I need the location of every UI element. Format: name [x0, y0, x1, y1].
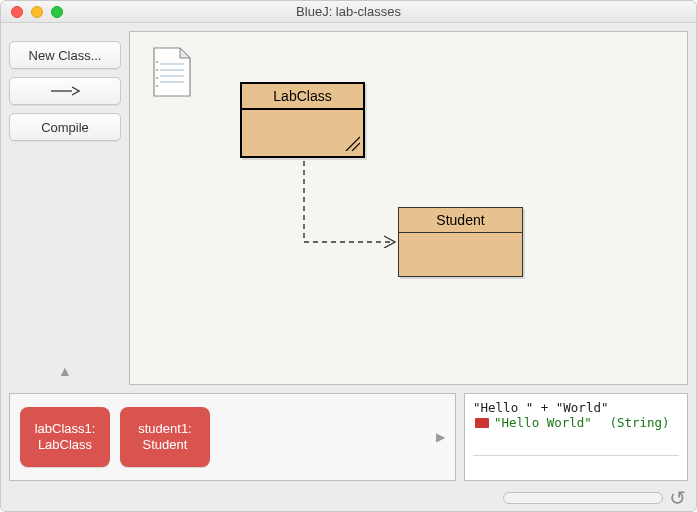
- class-labclass[interactable]: LabClass: [240, 82, 365, 158]
- compile-label: Compile: [41, 120, 89, 135]
- close-icon[interactable]: [11, 6, 23, 18]
- svg-point-10: [156, 85, 158, 87]
- codepad-divider: [473, 455, 679, 456]
- codepad-result-type: (String): [609, 415, 669, 430]
- class-diagram-canvas[interactable]: LabClass Student: [129, 31, 688, 385]
- object-name: labClass1:: [35, 421, 96, 437]
- object-labclass1[interactable]: labClass1: LabClass: [20, 407, 110, 467]
- inheritance-arrow-button[interactable]: [9, 77, 121, 105]
- sidebar: New Class... Compile ▲: [9, 31, 121, 385]
- progress-bar: [503, 492, 663, 504]
- maximize-icon[interactable]: [51, 6, 63, 18]
- class-name-label: Student: [399, 208, 522, 233]
- traffic-lights: [1, 6, 63, 18]
- hatch-icon: [344, 135, 360, 151]
- window-title: BlueJ: lab-classes: [1, 4, 696, 19]
- readme-document-icon[interactable]: [150, 46, 192, 98]
- main-area: New Class... Compile ▲: [1, 23, 696, 385]
- new-class-button[interactable]: New Class...: [9, 41, 121, 69]
- object-type: Student: [143, 437, 188, 453]
- code-pad[interactable]: "Hello " + "World" "Hello World" (String…: [464, 393, 688, 481]
- object-name: student1:: [138, 421, 192, 437]
- result-object-icon[interactable]: [475, 418, 489, 428]
- arrow-icon: [50, 86, 80, 96]
- object-student1[interactable]: student1: Student: [120, 407, 210, 467]
- collapse-sidebar-icon[interactable]: ▲: [58, 363, 72, 379]
- class-body: [242, 110, 363, 154]
- object-type: LabClass: [38, 437, 92, 453]
- svg-point-9: [156, 77, 158, 79]
- class-student[interactable]: Student: [398, 207, 523, 277]
- object-bench[interactable]: labClass1: LabClass student1: Student ▶: [9, 393, 456, 481]
- titlebar[interactable]: BlueJ: lab-classes: [1, 1, 696, 23]
- codepad-result-value: "Hello World": [494, 415, 592, 430]
- dependency-arrow: [300, 158, 410, 248]
- svg-marker-2: [180, 48, 190, 58]
- codepad-input[interactable]: [473, 459, 679, 474]
- svg-line-11: [346, 137, 360, 151]
- svg-point-7: [156, 61, 158, 63]
- codepad-expression: "Hello " + "World": [473, 400, 679, 415]
- compile-button[interactable]: Compile: [9, 113, 121, 141]
- svg-point-8: [156, 69, 158, 71]
- class-name-label: LabClass: [242, 84, 363, 110]
- minimize-icon[interactable]: [31, 6, 43, 18]
- app-window: BlueJ: lab-classes New Class... Compile …: [0, 0, 697, 512]
- play-icon[interactable]: ▶: [436, 430, 445, 444]
- status-bar: ↻: [1, 489, 696, 511]
- refresh-icon[interactable]: ↻: [669, 491, 686, 505]
- class-body: [399, 233, 522, 273]
- new-class-label: New Class...: [29, 48, 102, 63]
- codepad-result-line: "Hello World" (String): [473, 415, 679, 430]
- bottom-area: labClass1: LabClass student1: Student ▶ …: [1, 385, 696, 489]
